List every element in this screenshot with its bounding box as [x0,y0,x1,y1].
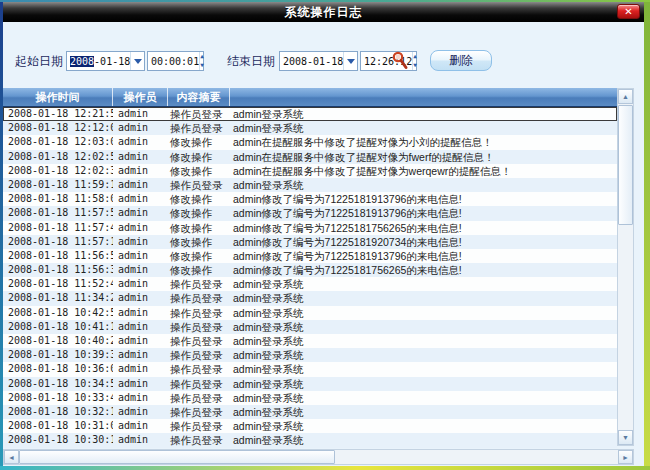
header-operator[interactable]: 操作员 [113,88,168,106]
window-title: 系统操作日志 [285,4,363,21]
cell-detail: admin登录系统 [230,362,617,376]
end-time-spin-buttons: ▲ ▼ [412,52,417,70]
table-row[interactable]: 2008-01-18 10:32:12admin操作员登录admin登录系统 [3,405,617,419]
system-log-dialog: 系统操作日志 ✕ 起始日期 2008-01-18 00:00:01 ▲ ▼ 结束… [0,0,650,470]
cell-time: 2008-01-18 11:34:29 [3,291,113,305]
cell-time: 2008-01-18 10:36:00 [3,362,113,376]
cell-type: 操作员登录 [168,433,230,447]
cell-time: 2008-01-18 10:34:53 [3,377,113,391]
cell-type: 操作员登录 [168,306,230,320]
table-row[interactable]: 2008-01-18 11:56:52admin修改操作admin修改了编号为7… [3,249,617,263]
start-date-picker[interactable]: 2008-01-18 [66,51,145,71]
table-header-row: 操作时间 操作员 内容摘要 [3,88,617,107]
table-row[interactable]: 2008-01-18 10:34:53admin操作员登录admin登录系统 [3,377,617,391]
table-row[interactable]: 2008-01-18 10:31:04admin操作员登录admin登录系统 [3,419,617,433]
cell-time: 2008-01-18 12:21:51 [3,107,113,121]
cell-detail: admin登录系统 [230,377,617,391]
cell-detail: admin在提醒服务中修改了提醒对像为小刘的提醒信息！ [230,135,617,149]
chevron-down-icon[interactable] [343,52,357,70]
cell-operator: admin [113,221,168,235]
cell-time: 2008-01-18 12:12:01 [3,121,113,135]
header-operation-time[interactable]: 操作时间 [3,88,113,106]
table-row[interactable]: 2008-01-18 10:39:31admin操作员登录admin登录系统 [3,348,617,362]
cell-type: 修改操作 [168,135,230,149]
table-row[interactable]: 2008-01-18 11:56:30admin修改操作admin修改了编号为7… [3,263,617,277]
log-table: 操作时间 操作员 内容摘要 2008-01-18 12:21:51admin操作… [3,88,617,448]
cell-time: 2008-01-18 11:57:14 [3,235,113,249]
cell-operator: admin [113,206,168,220]
cell-operator: admin [113,362,168,376]
cell-detail: admin在提醒服务中修改了提醒对像为fwerf的提醒信息！ [230,150,617,164]
table-row[interactable]: 2008-01-18 12:02:59admin修改操作admin在提醒服务中修… [3,150,617,164]
cell-type: 修改操作 [168,164,230,178]
table-row[interactable]: 2008-01-18 12:21:51admin操作员登录admin登录系统 [3,107,617,121]
table-row[interactable]: 2008-01-18 10:41:16admin操作员登录admin登录系统 [3,320,617,334]
cell-type: 操作员登录 [168,391,230,405]
cell-type: 修改操作 [168,192,230,206]
cell-detail: admin登录系统 [230,391,617,405]
vertical-scroll-thumb[interactable] [618,105,633,225]
spin-up-icon[interactable]: ▲ [200,52,204,61]
title-bar[interactable]: 系统操作日志 ✕ [3,2,644,22]
cell-operator: admin [113,433,168,447]
table-row[interactable]: 2008-01-18 10:36:00admin操作员登录admin登录系统 [3,362,617,376]
scroll-right-icon[interactable]: ► [618,450,633,464]
table-row[interactable]: 2008-01-18 11:57:14admin修改操作admin修改了编号为7… [3,235,617,249]
vertical-scroll-track[interactable] [618,225,633,429]
table-row[interactable]: 2008-01-18 12:03:05admin修改操作admin在提醒服务中修… [3,135,617,149]
cell-type: 操作员登录 [168,348,230,362]
cell-operator: admin [113,235,168,249]
start-date-value: 2008-01-18 [67,56,130,67]
table-row[interactable]: 2008-01-18 11:58:02admin修改操作admin修改了编号为7… [3,192,617,206]
table-row[interactable]: 2008-01-18 10:30:14admin操作员登录admin登录系统 [3,433,617,447]
table-row[interactable]: 2008-01-18 10:40:22admin操作员登录admin登录系统 [3,334,617,348]
cell-detail: admin登录系统 [230,433,617,447]
table-row[interactable]: 2008-01-18 11:57:55admin修改操作admin修改了编号为7… [3,206,617,220]
end-date-value: 2008-01-18 [280,56,343,67]
cell-operator: admin [113,419,168,433]
close-button[interactable]: ✕ [617,4,640,19]
table-row[interactable]: 2008-01-18 11:34:29admin操作员登录admin登录系统 [3,291,617,305]
table-row[interactable]: 2008-01-18 12:12:01admin操作员登录admin登录系统 [3,121,617,135]
dialog-content: 起始日期 2008-01-18 00:00:01 ▲ ▼ 结束日期 2008-0… [3,22,644,466]
cell-operator: admin [113,192,168,206]
cell-type: 操作员登录 [168,362,230,376]
cell-time: 2008-01-18 10:30:14 [3,433,113,447]
cell-time: 2008-01-18 11:56:52 [3,249,113,263]
cell-type: 修改操作 [168,221,230,235]
cell-type: 操作员登录 [168,320,230,334]
cell-time: 2008-01-18 10:41:16 [3,320,113,334]
search-icon[interactable] [391,51,409,70]
cell-operator: admin [113,150,168,164]
table-row[interactable]: 2008-01-18 12:02:30admin修改操作admin在提醒服务中修… [3,164,617,178]
table-row[interactable]: 2008-01-18 11:57:47admin修改操作admin修改了编号为7… [3,221,617,235]
table-row[interactable]: 2008-01-18 11:59:18admin操作员登录admin登录系统 [3,178,617,192]
spin-down-icon[interactable]: ▼ [200,61,204,70]
scroll-left-icon[interactable]: ◄ [4,450,19,464]
vertical-scrollbar[interactable]: ▲ ▼ [617,88,634,446]
table-row[interactable]: 2008-01-18 11:52:48admin操作员登录admin登录系统 [3,277,617,291]
horizontal-scroll-track[interactable] [336,450,618,464]
cell-detail: admin修改了编号为71225181913796的来电信息! [230,206,617,220]
start-time-spinner[interactable]: 00:00:01 ▲ ▼ [147,51,204,71]
horizontal-scroll-thumb[interactable] [19,450,335,464]
horizontal-scrollbar[interactable]: ◄ ► [3,449,634,465]
cell-detail: admin登录系统 [230,306,617,320]
scroll-down-icon[interactable]: ▼ [618,430,633,445]
cell-detail: admin登录系统 [230,291,617,305]
table-row[interactable]: 2008-01-18 10:42:57admin操作员登录admin登录系统 [3,306,617,320]
scroll-up-icon[interactable]: ▲ [618,89,633,104]
cell-operator: admin [113,405,168,419]
cell-operator: admin [113,277,168,291]
end-date-picker[interactable]: 2008-01-18 [279,51,358,71]
chevron-down-icon[interactable] [130,52,144,70]
spin-down-icon[interactable]: ▼ [413,61,417,70]
start-time-spin-buttons: ▲ ▼ [199,52,204,70]
table-row[interactable]: 2008-01-18 10:33:43admin操作员登录admin登录系统 [3,391,617,405]
header-content-summary[interactable]: 内容摘要 [168,88,230,106]
cell-time: 2008-01-18 12:03:05 [3,135,113,149]
cell-operator: admin [113,348,168,362]
cell-detail: admin登录系统 [230,419,617,433]
spin-up-icon[interactable]: ▲ [413,52,417,61]
delete-button[interactable]: 删除 [430,50,492,71]
